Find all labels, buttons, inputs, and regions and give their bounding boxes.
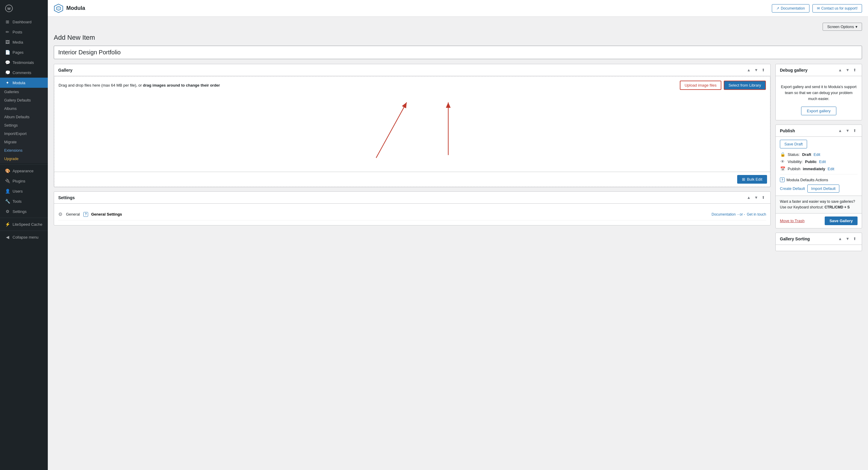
sidebar: W ⊞ Dashboard ✏ Posts 🖼 Media 📄 Pages 💬 … xyxy=(0,0,48,470)
gallery-metabox-header[interactable]: Gallery ▲ ▼ ⬆ xyxy=(54,64,770,76)
visibility-edit-link[interactable]: Edit xyxy=(819,159,826,164)
sidebar-item-galleries[interactable]: Galleries xyxy=(0,88,48,96)
bulk-edit-icon: ⊞ xyxy=(742,177,745,182)
publish-collapse-down-button[interactable]: ▼ xyxy=(844,128,851,133)
sidebar-item-gallery-defaults[interactable]: Gallery Defaults xyxy=(0,96,48,104)
settings-general-row: ⚙ General ? General Settings Documentati… xyxy=(58,209,766,220)
move-trash-label: Move to Trash xyxy=(780,219,804,223)
sidebar-item-litespeed[interactable]: ⚡ LiteSpeed Cache xyxy=(0,219,48,229)
gallery-collapse-down-button[interactable]: ▼ xyxy=(753,67,759,73)
visibility-icon: 👁 xyxy=(780,159,785,164)
sidebar-item-dashboard[interactable]: ⊞ Dashboard xyxy=(0,17,48,27)
create-default-button[interactable]: Create Default xyxy=(780,186,805,191)
publish-expand-button[interactable]: ⬆ xyxy=(852,128,858,133)
gallery-expand-button[interactable]: ⬆ xyxy=(761,67,766,73)
question-badge: ? xyxy=(83,212,88,217)
settings-collapse-up-button[interactable]: ▲ xyxy=(746,195,752,200)
publish-metabox-header[interactable]: Publish ▲ ▼ ⬆ xyxy=(776,125,862,137)
debug-expand-button[interactable]: ⬆ xyxy=(852,67,858,73)
sidebar-item-media[interactable]: 🖼 Media xyxy=(0,37,48,47)
testimonials-icon: 💬 xyxy=(5,60,10,65)
bulk-edit-button[interactable]: ⊞ Bulk Edit xyxy=(737,175,767,184)
modula-submenu: Galleries Gallery Defaults Albums Album … xyxy=(0,88,48,163)
save-draft-row: Save Draft xyxy=(780,140,858,148)
publish-edit-link[interactable]: Edit xyxy=(828,167,834,171)
export-gallery-button[interactable]: Export gallery xyxy=(801,106,836,115)
general-settings-title: General Settings xyxy=(91,212,122,217)
settings-collapse-down-button[interactable]: ▼ xyxy=(753,195,759,200)
plugins-label: Plugins xyxy=(12,179,25,183)
extensions-label: Extensions xyxy=(4,148,22,153)
gallery-drop-area[interactable]: Drag and drop files here (max 64 MB per … xyxy=(54,76,770,187)
documentation-link[interactable]: Documentation xyxy=(712,212,736,217)
gallery-sorting-header[interactable]: Gallery Sorting ▲ ▼ ⬆ xyxy=(776,233,862,245)
upload-btn-label: Upload image files xyxy=(685,83,717,88)
sidebar-item-plugins[interactable]: 🔌 Plugins xyxy=(0,176,48,186)
debug-collapse-down-button[interactable]: ▼ xyxy=(844,67,851,73)
doc-btn-label: Documentation xyxy=(781,6,805,10)
documentation-button[interactable]: ↗ Documentation xyxy=(772,4,809,12)
album-defaults-label: Album Defaults xyxy=(4,115,30,119)
collapse-icon: ◀ xyxy=(5,235,10,240)
sidebar-item-album-defaults[interactable]: Album Defaults xyxy=(0,113,48,121)
sidebar-item-appearance[interactable]: 🎨 Appearance xyxy=(0,166,48,176)
debug-gallery-metabox-header[interactable]: Debug gallery ▲ ▼ ⬆ xyxy=(776,64,862,76)
save-gallery-label: Save Gallery xyxy=(830,219,853,223)
status-edit-link[interactable]: Edit xyxy=(814,152,820,157)
get-in-touch-link[interactable]: Get in touch xyxy=(747,212,766,217)
page-title: Add New Item xyxy=(54,34,862,41)
move-to-trash-button[interactable]: Move to Trash xyxy=(780,219,804,223)
gallery-metabox-body: Drag and drop files here (max 64 MB per … xyxy=(54,76,770,187)
sidebar-item-albums[interactable]: Albums xyxy=(0,104,48,113)
library-btn-label: Select from Library xyxy=(728,83,761,88)
settings-metabox-title: Settings xyxy=(58,195,75,200)
sorting-collapse-up-button[interactable]: ▲ xyxy=(837,236,843,242)
sorting-collapse-down-button[interactable]: ▼ xyxy=(844,236,851,242)
sidebar-item-users[interactable]: 👤 Users xyxy=(0,186,48,196)
settings-metabox-header[interactable]: Settings ▲ ▼ ⬆ xyxy=(54,192,770,203)
export-gallery-label: Export gallery xyxy=(807,109,830,113)
publish-body: Save Draft 🔒 Status: Draft Edit � xyxy=(776,137,862,196)
sidebar-item-settings[interactable]: Settings xyxy=(0,121,48,130)
contact-support-button[interactable]: ✉ Contact us for support! xyxy=(812,4,862,12)
gallery-sorting-title: Gallery Sorting xyxy=(780,237,810,241)
sidebar-item-testimonials[interactable]: 💬 Testimonials xyxy=(0,57,48,67)
status-value: Draft xyxy=(802,152,811,157)
status-label: Status: xyxy=(788,152,800,157)
gallery-footer: ⊞ Bulk Edit xyxy=(54,172,770,187)
sidebar-item-migrate[interactable]: Migrate xyxy=(0,138,48,146)
sidebar-item-comments[interactable]: 💭 Comments xyxy=(0,67,48,77)
sidebar-item-import-export[interactable]: Import/Export xyxy=(0,130,48,138)
select-from-library-button[interactable]: Select from Library xyxy=(724,81,766,90)
gallery-sorting-body xyxy=(776,245,862,251)
sorting-expand-button[interactable]: ⬆ xyxy=(852,236,858,242)
gallery-collapse-up-button[interactable]: ▲ xyxy=(746,67,752,73)
title-input[interactable] xyxy=(54,46,862,59)
visibility-label: Visibility: xyxy=(788,159,803,164)
sidebar-item-upgrade[interactable]: Upgrade xyxy=(0,155,48,163)
publish-collapse-up-button[interactable]: ▲ xyxy=(837,128,843,133)
publish-meta: 🔒 Status: Draft Edit 👁 Visibility: Publi… xyxy=(780,152,858,171)
sidebar-item-pages[interactable]: 📄 Pages xyxy=(0,47,48,57)
sidebar-navigation: ⊞ Dashboard ✏ Posts 🖼 Media 📄 Pages 💬 Te… xyxy=(0,17,48,470)
sidebar-item-collapse[interactable]: ◀ Collapse menu xyxy=(0,232,48,242)
visibility-row: 👁 Visibility: Public Edit xyxy=(780,159,858,164)
upload-image-files-button[interactable]: Upload image files xyxy=(680,81,721,90)
sidebar-item-tools[interactable]: 🔧 Tools xyxy=(0,196,48,206)
save-gallery-button[interactable]: Save Gallery xyxy=(825,217,858,225)
topbar: Modula ↗ Documentation ✉ Contact us for … xyxy=(48,0,868,17)
import-default-button[interactable]: Import Default xyxy=(807,185,840,193)
collapse-label: Collapse menu xyxy=(12,235,38,240)
screen-options-button[interactable]: Screen Options ▾ xyxy=(823,23,862,31)
sidebar-item-settings-bottom[interactable]: ⚙ Settings xyxy=(0,206,48,217)
debug-collapse-up-button[interactable]: ▲ xyxy=(837,67,843,73)
settings-icon: ⚙ xyxy=(5,209,10,214)
settings-general-section: ? General Settings xyxy=(83,212,708,217)
sidebar-item-posts[interactable]: ✏ Posts xyxy=(0,27,48,37)
sidebar-item-modula[interactable]: ✦ Modula xyxy=(0,77,48,88)
sidebar-item-extensions[interactable]: Extensions xyxy=(0,146,48,155)
content-columns: Gallery ▲ ▼ ⬆ Drag and drop files here (… xyxy=(54,64,862,251)
sidebar-item-label: Modula xyxy=(12,81,25,85)
save-draft-button[interactable]: Save Draft xyxy=(780,140,807,148)
settings-expand-button[interactable]: ⬆ xyxy=(761,195,766,200)
